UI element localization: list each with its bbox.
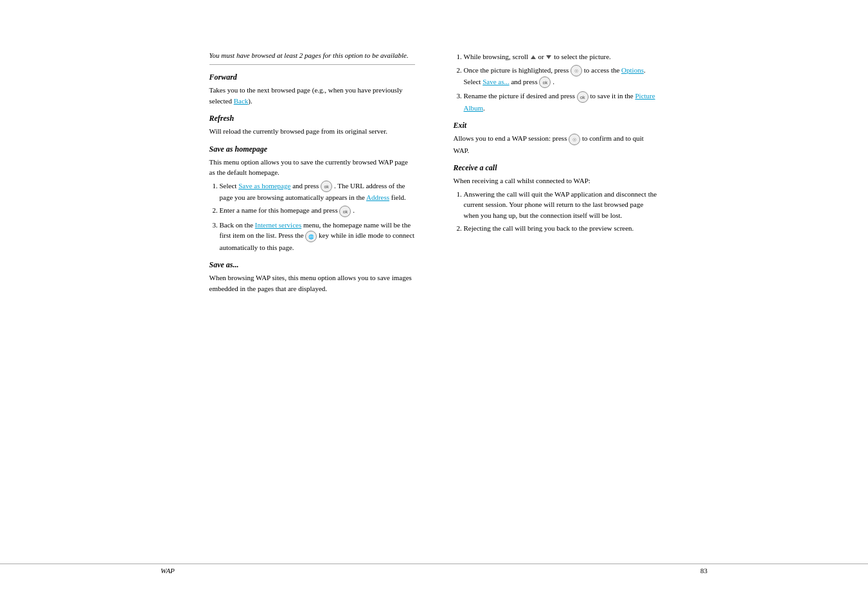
link-save-as: Save as...: [483, 78, 509, 85]
section-save-homepage-intro: This menu option allows you to save the …: [209, 157, 415, 178]
link-address: Address: [366, 193, 389, 201]
link-options: Options: [621, 66, 644, 74]
section-receive-call-title: Receive a call: [454, 163, 659, 173]
highlight-icon: ☉: [571, 65, 582, 76]
link-picture-album: Picture Album: [464, 92, 655, 111]
section-exit-title: Exit: [454, 121, 659, 130]
triangle-down-icon: [546, 55, 551, 59]
section-refresh-title: Refresh: [209, 114, 415, 123]
end-icon: ☉: [569, 134, 580, 145]
link-internet-services: Internet services: [255, 221, 301, 229]
section-refresh-body: Will reload the currently browsed page f…: [209, 126, 415, 137]
list-item-3: Back on the Internet services menu, the …: [220, 220, 415, 253]
footer: WAP 83: [0, 564, 868, 574]
ok-icon-4: ok: [577, 91, 589, 103]
section-save-homepage-title: Save as homepage: [209, 145, 415, 154]
link-back: Back: [234, 97, 249, 105]
list-item-1: Select Save as homepage and press ok . T…: [220, 181, 415, 203]
section-forward-body: Takes you to the next browsed page (e.g.…: [209, 85, 415, 106]
link-save-as-homepage: Save as homepage: [238, 182, 290, 190]
section-exit-body: Allows you to end a WAP session: press ☉…: [454, 133, 659, 155]
left-column: You must have browsed at least 2 pages f…: [209, 51, 421, 562]
save-homepage-list: Select Save as homepage and press ok . T…: [220, 181, 415, 253]
receive-call-item-1: Answering the call will quit the WAP app…: [464, 189, 659, 221]
triangle-up-icon: [531, 55, 536, 59]
receive-call-item-2: Rejecting the call will bring you back t…: [464, 223, 659, 234]
ok-icon-1: ok: [321, 181, 332, 192]
section-forward-title: Forward: [209, 73, 415, 82]
section-save-as-body: When browsing WAP sites, this menu optio…: [209, 272, 415, 294]
browse-step-1: While browsing, scroll or to select the …: [464, 51, 659, 62]
list-item-2: Enter a name for this homepage and press…: [220, 205, 415, 217]
page-container: You must have browsed at least 2 pages f…: [0, 0, 868, 613]
web-icon: 🌐: [305, 231, 317, 242]
footer-page-number: 83: [700, 564, 707, 574]
right-column: While browsing, scroll or to select the …: [447, 51, 659, 562]
italic-note: You must have browsed at least 2 pages f…: [209, 51, 415, 65]
page-content: You must have browsed at least 2 pages f…: [209, 0, 659, 613]
browse-steps-list: While browsing, scroll or to select the …: [464, 51, 659, 113]
footer-wap-label: WAP: [161, 564, 175, 574]
ok-icon-2: ok: [339, 206, 351, 217]
section-save-as-title: Save as...: [209, 260, 415, 270]
browse-step-2: Once the picture is highlighted, press ☉…: [464, 65, 659, 89]
receive-call-list: Answering the call will quit the WAP app…: [464, 189, 659, 234]
section-receive-call-intro: When receiving a call whilst connected t…: [454, 175, 659, 186]
browse-step-3: Rename the picture if desired and press …: [464, 91, 659, 113]
ok-icon-3: ok: [539, 76, 551, 88]
